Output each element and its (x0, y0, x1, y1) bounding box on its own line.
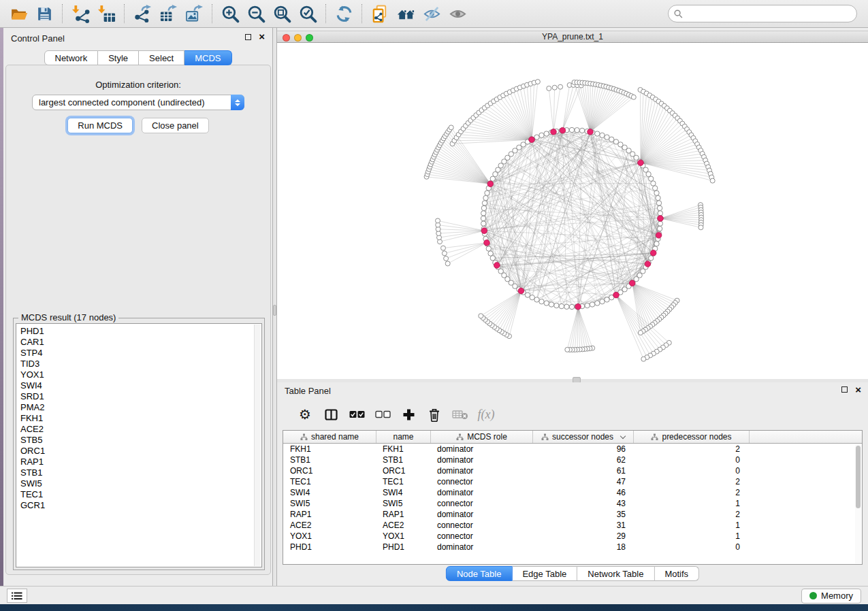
tab-network-table[interactable]: Network Table (577, 566, 654, 581)
show-all-networks-button[interactable] (394, 2, 417, 25)
column-header-predecessor-nodes[interactable]: predecessor nodes (634, 431, 750, 443)
cell-mcds-role[interactable]: connector (431, 498, 533, 509)
mcds-result-item[interactable]: GCR1 (16, 500, 261, 511)
save-session-button[interactable] (33, 2, 56, 25)
mcds-result-item[interactable]: PHD1 (16, 326, 261, 337)
show-columns-button[interactable] (318, 403, 344, 426)
cell-mcds-role[interactable]: dominator (431, 542, 533, 552)
cell-name[interactable]: ACE2 (376, 520, 431, 531)
scrollbar-thumb[interactable] (856, 446, 861, 508)
table-row[interactable]: SWI4SWI4dominator462 (283, 487, 862, 498)
table-row[interactable]: PHD1PHD1dominator180 (283, 542, 862, 552)
cell-mcds-role[interactable]: dominator (431, 465, 533, 476)
cell-predecessor-nodes[interactable]: 0 (634, 542, 750, 552)
vertical-splitter[interactable] (272, 28, 277, 586)
mcds-result-item[interactable]: PMA2 (16, 402, 261, 413)
cell-shared-name[interactable]: ORC1 (283, 465, 376, 476)
cell-predecessor-nodes[interactable]: 1 (634, 531, 750, 542)
show-log-button[interactable] (7, 589, 27, 603)
export-table-button[interactable] (157, 2, 180, 25)
cell-mcds-role[interactable]: connector (431, 476, 533, 487)
cell-name[interactable]: STB1 (376, 455, 431, 465)
cell-predecessor-nodes[interactable]: 2 (634, 476, 750, 487)
table-row[interactable]: STB1STB1dominator620 (283, 455, 862, 465)
cell-successor-nodes[interactable]: 46 (533, 487, 634, 498)
table-row[interactable]: FKH1FKH1dominator962 (283, 444, 862, 455)
tab-motifs[interactable]: Motifs (654, 566, 699, 581)
zoom-in-button[interactable] (219, 2, 242, 25)
mcds-result-item[interactable]: YOX1 (16, 369, 261, 380)
delete-columns-button[interactable] (421, 403, 447, 426)
cell-shared-name[interactable]: ACE2 (283, 520, 376, 531)
cell-mcds-role[interactable]: dominator (431, 444, 533, 455)
cell-successor-nodes[interactable]: 29 (533, 531, 634, 542)
mcds-result-item[interactable]: RAP1 (16, 457, 261, 467)
cell-successor-nodes[interactable]: 62 (533, 455, 634, 465)
table-row[interactable]: TEC1TEC1connector472 (283, 476, 862, 487)
optimization-criterion-select[interactable]: largest connected component (undirected) (32, 95, 244, 110)
tab-edge-table[interactable]: Edge Table (512, 566, 577, 581)
memory-button[interactable]: Memory (801, 589, 861, 604)
mcds-result-list[interactable]: PHD1CAR1STP4TID3YOX1SWI4SRD1PMA2FKH1ACE2… (16, 323, 262, 567)
tab-node-table[interactable]: Node Table (446, 566, 513, 581)
mcds-result-item[interactable]: STB1 (16, 467, 261, 478)
mcds-result-item[interactable]: FKH1 (16, 413, 261, 424)
splitter-grip[interactable] (273, 305, 276, 316)
tab-mcds[interactable]: MCDS (184, 50, 231, 65)
network-graph[interactable] (277, 43, 868, 379)
refresh-layout-button[interactable] (332, 2, 355, 25)
import-table-button[interactable] (95, 2, 118, 25)
cell-mcds-role[interactable]: dominator (431, 509, 533, 520)
mcds-result-item[interactable]: STB5 (16, 435, 261, 446)
tab-network[interactable]: Network (44, 50, 98, 65)
cell-shared-name[interactable]: YOX1 (283, 531, 376, 542)
cell-shared-name[interactable]: TEC1 (283, 476, 376, 487)
table-scrollbar[interactable] (855, 444, 861, 563)
result-list-scrollbar[interactable] (254, 325, 261, 566)
cell-shared-name[interactable]: PHD1 (283, 542, 376, 552)
table-row[interactable]: RAP1RAP1dominator352 (283, 509, 862, 520)
zoom-out-button[interactable] (244, 2, 268, 25)
cell-name[interactable]: TEC1 (376, 476, 431, 487)
export-network-button[interactable] (131, 2, 154, 25)
cell-shared-name[interactable]: FKH1 (283, 444, 376, 455)
float-panel-icon[interactable] (245, 34, 251, 40)
show-graphics-details-button[interactable] (446, 2, 469, 25)
cell-shared-name[interactable]: RAP1 (283, 509, 376, 520)
cell-name[interactable]: SWI4 (376, 487, 431, 498)
cell-successor-nodes[interactable]: 18 (533, 542, 634, 552)
mcds-result-item[interactable]: TID3 (16, 359, 261, 369)
table-row[interactable]: ORC1ORC1dominator610 (283, 465, 862, 476)
cell-successor-nodes[interactable]: 61 (533, 465, 634, 476)
close-panel-button[interactable]: Close panel (142, 118, 209, 133)
zoom-selected-button[interactable] (296, 2, 319, 25)
table-row[interactable]: SWI5SWI5connector431 (283, 498, 862, 509)
tab-style[interactable]: Style (98, 50, 139, 65)
column-header-successor-nodes[interactable]: successor nodes (533, 431, 634, 443)
float-panel-icon[interactable] (841, 386, 848, 393)
zoom-fit-button[interactable] (270, 2, 293, 25)
create-column-button[interactable] (396, 403, 421, 426)
cell-successor-nodes[interactable]: 96 (533, 444, 634, 455)
import-network-button[interactable] (69, 2, 92, 25)
mcds-result-item[interactable]: ACE2 (16, 424, 261, 435)
cell-mcds-role[interactable]: connector (431, 531, 533, 542)
cell-name[interactable]: ORC1 (376, 465, 431, 476)
close-panel-icon[interactable]: × (855, 384, 861, 396)
cell-successor-nodes[interactable]: 31 (533, 520, 634, 531)
export-image-button[interactable] (182, 2, 206, 25)
cell-name[interactable]: SWI5 (376, 498, 431, 509)
select-all-rows-button[interactable] (344, 403, 370, 426)
function-builder-button-disabled[interactable]: f(x) (473, 403, 499, 426)
mcds-result-item[interactable]: SRD1 (16, 391, 261, 402)
delete-table-button-disabled[interactable] (447, 403, 473, 426)
cell-name[interactable]: FKH1 (376, 444, 431, 455)
cell-predecessor-nodes[interactable]: 2 (634, 487, 750, 498)
column-header-mcds-role[interactable]: MCDS role (431, 431, 533, 443)
tab-select[interactable]: Select (139, 50, 184, 65)
deselect-all-rows-button[interactable] (370, 403, 396, 426)
close-window-icon[interactable] (283, 34, 290, 42)
table-options-button[interactable]: ⚙ (292, 403, 318, 426)
mcds-result-item[interactable]: STP4 (16, 348, 261, 359)
cell-predecessor-nodes[interactable]: 2 (634, 444, 750, 455)
